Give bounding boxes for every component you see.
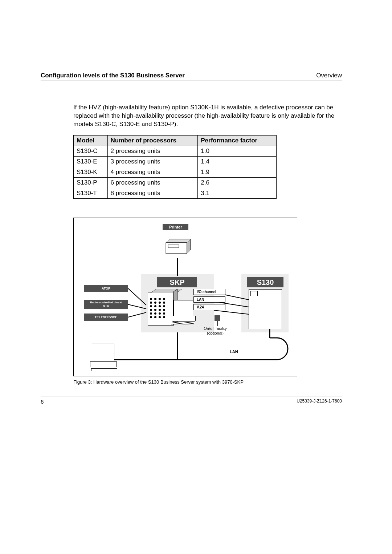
table-row: S130-P6 processing units2.6 — [74, 177, 277, 188]
page-footer: 6 U25339-J-Z126-1-7600 — [41, 396, 342, 405]
models-table: Model Number of processors Performance f… — [73, 135, 277, 199]
server-leds-icon — [150, 298, 168, 318]
th-procs: Number of processors — [107, 135, 198, 146]
svg-rect-7 — [215, 315, 220, 321]
table-row: S130-E3 processing units1.4 — [74, 156, 277, 167]
printer-icon — [163, 237, 193, 256]
header-right: Overview — [316, 72, 342, 79]
figure-3: Printer SKP ATOP Radio-controlled — [73, 218, 297, 376]
v24-label: V.24 — [193, 304, 225, 310]
atop-label: ATOP — [84, 285, 128, 292]
workstation-keyboard-icon — [91, 368, 117, 371]
io-channel-label: I/O channel — [193, 289, 225, 295]
table-row: S130-K4 processing units1.9 — [74, 167, 277, 177]
lan-conn-label: LAN — [193, 296, 225, 303]
header-left: Configuration levels of the S130 Busines… — [41, 72, 185, 79]
table-row: S130-C2 processing units1.0 — [74, 146, 277, 156]
connection-labels: I/O channel LAN V.24 — [193, 289, 225, 310]
workstation-monitor-icon — [92, 344, 114, 362]
table-row: S130-T8 processing units3.1 — [74, 188, 277, 198]
page-number: 6 — [41, 399, 44, 405]
onoff-label: On/off facility(optional) — [197, 326, 233, 336]
figure-caption: Figure 3: Hardware overview of the S130 … — [73, 379, 342, 385]
svg-rect-12 — [166, 243, 187, 254]
svg-marker-11 — [166, 239, 191, 243]
lan-loop-label: LAN — [230, 349, 238, 354]
printer-label: Printer — [163, 224, 188, 230]
monitor-icon — [173, 300, 193, 316]
document-id: U25339-J-Z126-1-7600 — [297, 399, 342, 405]
th-perf: Performance factor — [198, 135, 277, 146]
intro-paragraph: If the HVZ (high-availability feature) o… — [73, 104, 342, 129]
skp-title: SKP — [157, 277, 197, 287]
page-header: Configuration levels of the S130 Busines… — [41, 72, 342, 81]
th-model: Model — [74, 135, 108, 146]
s130-cabinet-icon — [249, 289, 282, 329]
s130-title: S130 — [247, 277, 283, 287]
radio-label: Radio-controlled clock/ GTS — [84, 300, 128, 309]
tele-label: TELESERVICE — [84, 314, 128, 321]
svg-rect-14 — [168, 245, 179, 248]
keyboard-icon — [171, 322, 195, 324]
